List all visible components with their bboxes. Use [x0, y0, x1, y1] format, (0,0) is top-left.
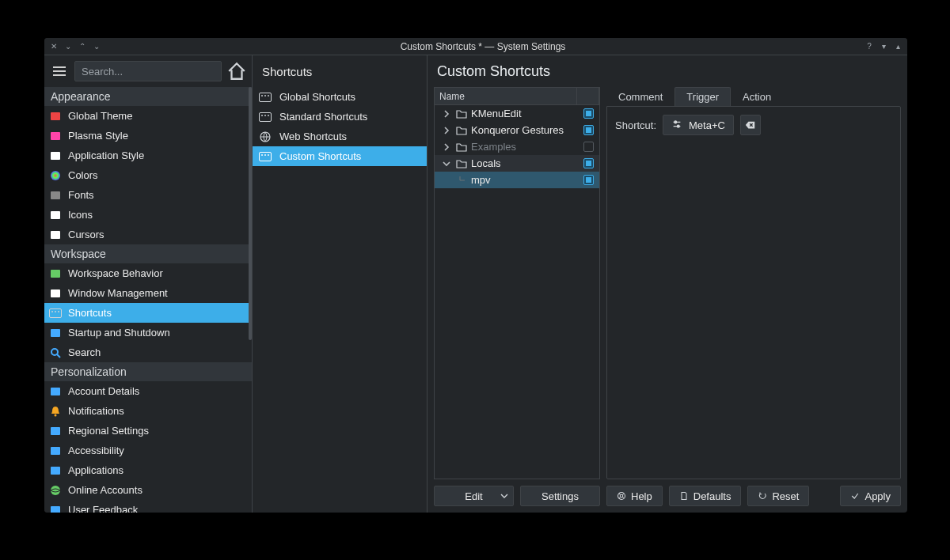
apply-button-label: Apply [864, 490, 891, 502]
tree-rows: KMenuEditKonqueror GesturesExamplesLocal… [435, 105, 599, 479]
tab-comment[interactable]: Comment [606, 87, 674, 106]
shortcut-label: Shortcut: [615, 119, 656, 131]
apply-button[interactable]: Apply [840, 486, 901, 506]
settings-button[interactable]: Settings [520, 486, 600, 506]
sidebar-item-user-feedback[interactable]: User Feedback [44, 500, 252, 513]
hamburger-icon[interactable] [49, 61, 70, 81]
enabled-checkbox[interactable] [583, 125, 594, 135]
sidebar-item-notifications[interactable]: Notifications [44, 401, 252, 421]
sidebar-item-label: Icons [68, 209, 93, 221]
enabled-checkbox[interactable] [583, 175, 594, 185]
help-button[interactable]: Help [606, 486, 663, 506]
pin-icon[interactable]: ⌄ [92, 42, 101, 51]
sidebar-item-cursors[interactable]: Cursors [44, 225, 252, 244]
sidebar-item-regional-settings[interactable]: Regional Settings [44, 421, 252, 441]
svg-point-10 [51, 349, 58, 355]
colors-icon [49, 169, 62, 182]
tree-header-enabled[interactable] [577, 88, 599, 105]
subcategory-item-label: Web Shortcuts [279, 131, 347, 142]
sidebar-group-appearance: Appearance [44, 87, 252, 106]
titlebar: ✕ ⌄ ⌃ ⌄ Custom Shortcuts * — System Sett… [44, 38, 907, 55]
folder-icon [455, 157, 468, 170]
sidebar-item-applications[interactable]: Applications [44, 460, 252, 480]
enabled-checkbox[interactable] [583, 158, 594, 168]
search-input[interactable] [74, 61, 222, 81]
sidebar-item-label: Cursors [68, 229, 104, 240]
sidebar-item-colors[interactable]: Colors [44, 165, 252, 185]
tree-row-locals[interactable]: Locals [435, 155, 599, 172]
folder-icon [455, 108, 468, 120]
close-icon[interactable]: ✕ [49, 42, 59, 51]
sidebar-item-window-management[interactable]: Window Management [44, 283, 252, 303]
sidebar-item-fonts[interactable]: Fonts [44, 185, 252, 205]
sidebar-item-label: Shortcuts [68, 307, 112, 319]
sidebar-item-label: Accessibility [68, 445, 124, 456]
sidebar-body: AppearanceGlobal ThemePlasma StyleApplic… [44, 87, 252, 513]
page-title: Custom Shortcuts [434, 55, 901, 87]
tab-trigger[interactable]: Trigger [674, 87, 731, 106]
tab-action[interactable]: Action [731, 87, 783, 106]
tree-header: Name [435, 88, 599, 105]
sidebar-item-workspace-behavior[interactable]: Workspace Behavior [44, 263, 252, 283]
tree-header-name[interactable]: Name [435, 88, 577, 105]
svg-rect-2 [51, 152, 60, 160]
subcategory-item-global-shortcuts[interactable]: Global Shortcuts [253, 87, 427, 107]
sidebar-item-global-theme[interactable]: Global Theme [44, 106, 252, 126]
shortcut-button[interactable]: Meta+C [663, 115, 734, 135]
subcategory-title: Shortcuts [253, 55, 427, 87]
clear-shortcut-button[interactable] [740, 115, 761, 135]
svg-point-12 [55, 414, 57, 416]
help-button-label: Help [631, 490, 652, 502]
help-icon[interactable]: ? [864, 42, 874, 51]
sidebar-item-online-accounts[interactable]: Online Accounts [44, 480, 252, 500]
tree-row-examples[interactable]: Examples [435, 138, 599, 155]
account-icon [49, 385, 62, 398]
minimize-icon[interactable]: ▾ [879, 42, 888, 51]
enabled-checkbox[interactable] [583, 108, 594, 119]
sidebar-item-search[interactable]: Search [44, 342, 252, 362]
sidebar-scrollbar[interactable] [249, 87, 252, 513]
tree-row-label: Konqueror Gestures [471, 124, 564, 136]
sidebar-item-label: Colors [68, 169, 98, 181]
sidebar-group-personalization: Personalization [44, 362, 252, 381]
sidebar-item-shortcuts[interactable]: Shortcuts [44, 303, 252, 323]
subcategory-item-web-shortcuts[interactable]: Web Shortcuts [253, 127, 427, 146]
chevron-right-icon[interactable] [441, 127, 452, 134]
subcategory-item-custom-shortcuts[interactable]: Custom Shortcuts [253, 146, 427, 166]
sidebar-group-workspace: Workspace [44, 244, 252, 263]
edit-combo-label: Edit [465, 490, 482, 502]
shade-down-icon[interactable]: ⌄ [63, 42, 73, 51]
sidebar-item-account-details[interactable]: Account Details [44, 381, 252, 401]
check-icon [850, 491, 860, 501]
sidebar-item-startup-and-shutdown[interactable]: Startup and Shutdown [44, 323, 252, 342]
sliders-icon [671, 119, 682, 132]
chevron-down-icon[interactable] [441, 160, 452, 168]
subcategory-item-standard-shortcuts[interactable]: Standard Shortcuts [253, 107, 427, 127]
tree-row-kmenuedit[interactable]: KMenuEdit [435, 105, 599, 122]
enabled-checkbox[interactable] [583, 142, 594, 152]
edit-combo[interactable]: Edit [434, 486, 514, 506]
sidebar-item-label: User Feedback [68, 504, 138, 513]
home-icon[interactable] [226, 61, 247, 81]
chevron-right-icon[interactable] [441, 110, 452, 118]
tree-row-konqueror-gestures[interactable]: Konqueror Gestures [435, 122, 599, 138]
keyboard-icon [49, 307, 62, 320]
chevron-right-icon[interactable] [441, 143, 452, 151]
detail-pane: CommentTriggerAction Shortcut: Meta+C [606, 87, 901, 506]
tree-row-mpv[interactable]: mpv [435, 172, 599, 188]
sidebar-item-accessibility[interactable]: Accessibility [44, 441, 252, 460]
sidebar-item-icons[interactable]: Icons [44, 205, 252, 225]
app-style-icon [49, 149, 62, 162]
subcategory-item-label: Custom Shortcuts [279, 150, 361, 162]
shade-up-icon[interactable]: ⌃ [78, 42, 87, 51]
titlebar-right-controls: ? ▾ ▴ [864, 42, 907, 51]
tree-row-label: KMenuEdit [471, 108, 522, 119]
sidebar-item-plasma-style[interactable]: Plasma Style [44, 126, 252, 146]
reset-button[interactable]: Reset [747, 486, 809, 506]
sidebar-item-label: Search [68, 346, 101, 358]
defaults-button[interactable]: Defaults [669, 486, 742, 506]
sidebar-item-label: Plasma Style [68, 130, 128, 142]
maximize-icon[interactable]: ▴ [893, 42, 902, 51]
sidebar-item-application-style[interactable]: Application Style [44, 146, 252, 165]
tabs: CommentTriggerAction [606, 87, 901, 106]
